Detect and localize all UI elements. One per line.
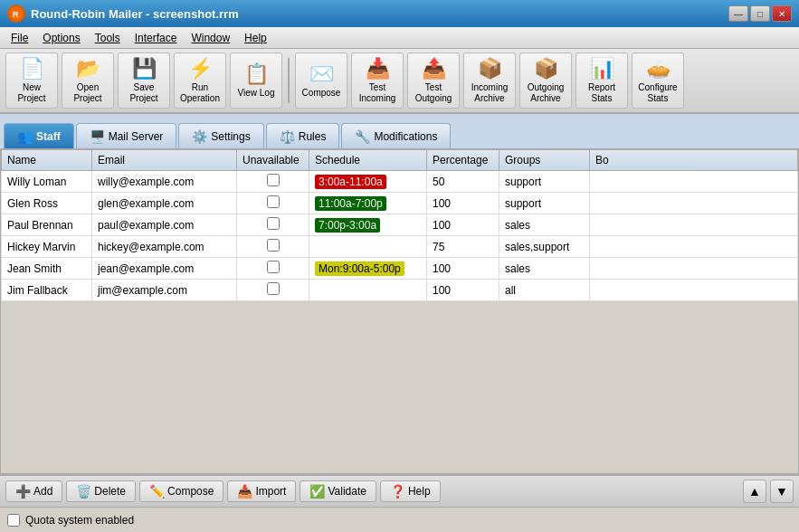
staff-table: NameEmailUnavailableSchedulePercentageGr… [1, 149, 798, 301]
toolbar-btn-incoming-archive[interactable]: 📦Incoming Archive [463, 52, 516, 109]
nav-up-button[interactable]: ▲ [743, 480, 766, 503]
toolbar-btn-test-incoming[interactable]: 📥Test Incoming [351, 52, 404, 109]
cell-unavailable-0[interactable] [237, 171, 309, 193]
col-header-schedule: Schedule [309, 150, 427, 171]
titlebar-controls[interactable]: — □ ✕ [728, 5, 792, 22]
cell-unavailable-5[interactable] [237, 280, 309, 301]
menu-item-interface[interactable]: Interface [128, 30, 185, 46]
col-header-bo: Bo [590, 150, 798, 171]
toolbar-btn-outgoing-archive[interactable]: 📦Outgoing Archive [519, 52, 572, 109]
toolbar-icon-6: 📥 [366, 57, 390, 81]
tab-staff[interactable]: 👥Staff [4, 123, 74, 148]
cell-name-0: Willy Loman [2, 171, 92, 193]
toolbar-icon-0: 📄 [20, 57, 44, 81]
cell-bo-3 [590, 236, 798, 258]
tab-mail-server[interactable]: 🖥️Mail Server [76, 123, 177, 148]
tab-icon-2: ⚙️ [192, 129, 207, 144]
toolbar-btn-open-project[interactable]: 📂Open Project [62, 52, 114, 109]
bottom-btn-validate[interactable]: ✅Validate [300, 480, 376, 502]
bottom-btn-import[interactable]: 📥Import [227, 480, 296, 502]
cell-name-3: Hickey Marvin [2, 236, 92, 258]
bottom-btn-delete[interactable]: 🗑️Delete [66, 480, 136, 502]
svg-text:R: R [13, 10, 19, 19]
cell-bo-0 [590, 171, 798, 193]
toolbar-separator [288, 58, 290, 103]
toolbar-btn-save-project[interactable]: 💾Save Project [118, 52, 170, 109]
bottom-btn-add[interactable]: ➕Add [5, 480, 62, 502]
toolbar-icon-11: 🥧 [646, 57, 671, 81]
tab-modifications[interactable]: 🔧Modifications [341, 123, 451, 148]
checkbox-unavailable-2[interactable] [267, 217, 280, 230]
cell-name-4: Jean Smith [2, 258, 92, 280]
toolbar-btn-run-operation[interactable]: ⚡Run Operation [174, 52, 226, 109]
nav-down-button[interactable]: ▼ [770, 480, 794, 503]
toolbar-btn-new-project[interactable]: 📄New Project [5, 52, 58, 109]
table-row[interactable]: Jean Smithjean@example.comMon:9:00a-5:00… [2, 258, 798, 280]
toolbar-label-8: Incoming Archive [466, 82, 513, 104]
cell-schedule-4: Mon:9:00a-5:00p [309, 258, 427, 280]
cell-name-2: Paul Brennan [2, 214, 92, 236]
checkbox-unavailable-5[interactable] [267, 282, 280, 295]
tab-label-1: Mail Server [109, 130, 164, 143]
cell-percentage-2: 100 [427, 214, 499, 236]
toolbar-label-1: Open Project [64, 82, 111, 104]
table-row[interactable]: Hickey Marvinhickey@example.com75sales,s… [2, 236, 798, 258]
bottom-btn-icon-3: 📥 [237, 484, 252, 499]
table-row[interactable]: Willy Lomanwilly@example.com3:00a-11:00a… [2, 171, 798, 193]
checkbox-unavailable-4[interactable] [267, 261, 280, 273]
table-row[interactable]: Jim Fallbackjim@example.com100all [2, 280, 798, 301]
cell-schedule-2: 7:00p-3:00a [309, 214, 427, 236]
tab-label-0: Staff [36, 130, 61, 143]
cell-groups-5: all [499, 280, 590, 301]
bottom-toolbar: ➕Add🗑️Delete✏️Compose📥Import✅Validate❓He… [0, 474, 799, 507]
checkbox-unavailable-3[interactable] [267, 239, 280, 252]
checkbox-unavailable-1[interactable] [267, 195, 280, 208]
menu-item-file[interactable]: File [4, 30, 35, 46]
scroll-area[interactable]: NameEmailUnavailableSchedulePercentageGr… [1, 149, 798, 473]
toolbar-btn-configure-stats[interactable]: 🥧Configure Stats [632, 52, 684, 109]
cell-unavailable-2[interactable] [237, 214, 309, 236]
toolbar-btn-report-stats[interactable]: 📊Report Stats [575, 52, 628, 109]
cell-bo-1 [590, 193, 798, 214]
toolbar-label-6: Test Incoming [354, 82, 401, 104]
tab-settings[interactable]: ⚙️Settings [178, 123, 263, 148]
menu-item-tools[interactable]: Tools [88, 30, 128, 46]
cell-percentage-5: 100 [427, 280, 499, 301]
table-row[interactable]: Paul Brennanpaul@example.com7:00p-3:00a1… [2, 214, 798, 236]
cell-schedule-3 [309, 236, 427, 258]
cell-name-1: Glen Ross [2, 193, 92, 214]
quota-checkbox[interactable] [7, 514, 20, 527]
menu-item-options[interactable]: Options [35, 30, 87, 46]
toolbar-btn-test-outgoing[interactable]: 📤Test Outgoing [407, 52, 460, 109]
toolbar-icon-4: 📋 [244, 62, 269, 86]
minimize-button[interactable]: — [728, 5, 748, 22]
toolbar-icon-7: 📤 [422, 57, 446, 81]
toolbar-btn-view-log[interactable]: 📋View Log [230, 52, 282, 109]
checkbox-unavailable-0[interactable] [267, 174, 280, 186]
cell-schedule-5 [309, 280, 427, 301]
maximize-button[interactable]: □ [750, 5, 770, 22]
bottom-btn-label-0: Add [33, 485, 52, 498]
bottom-btn-help[interactable]: ❓Help [380, 480, 441, 502]
cell-email-5: jim@example.com [92, 280, 237, 301]
titlebar-left: R Round-Robin Mailer - screenshot.rrm [7, 5, 239, 23]
tab-icon-1: 🖥️ [90, 129, 105, 144]
cell-unavailable-3[interactable] [237, 236, 309, 258]
toolbar-label-9: Outgoing Archive [522, 82, 569, 104]
bottom-btn-compose[interactable]: ✏️Compose [139, 480, 224, 502]
cell-unavailable-1[interactable] [237, 193, 309, 214]
toolbar-label-4: View Log [238, 88, 275, 99]
bottom-btn-label-2: Compose [167, 485, 214, 498]
toolbar-label-3: Run Operation [176, 82, 224, 104]
table-row[interactable]: Glen Rossglen@example.com11:00a-7:00p100… [2, 193, 798, 214]
menu-item-window[interactable]: Window [184, 30, 237, 46]
bottom-btn-icon-0: ➕ [15, 484, 31, 499]
cell-unavailable-4[interactable] [237, 258, 309, 280]
cell-bo-4 [590, 258, 798, 280]
toolbar-icon-8: 📦 [478, 57, 502, 81]
tab-rules[interactable]: ⚖️Rules [266, 123, 340, 148]
close-button[interactable]: ✕ [772, 5, 792, 22]
tab-label-4: Modifications [374, 130, 437, 143]
toolbar-btn-compose[interactable]: ✉️Compose [295, 52, 347, 109]
menu-item-help[interactable]: Help [237, 30, 274, 46]
